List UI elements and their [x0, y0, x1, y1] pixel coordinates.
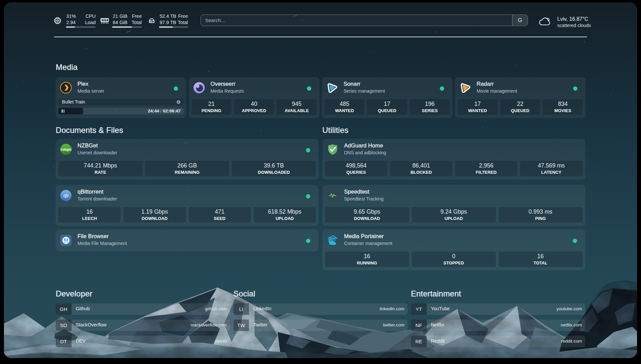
svg-text:qb: qb	[63, 193, 69, 198]
svg-text:nzbget: nzbget	[60, 148, 72, 151]
